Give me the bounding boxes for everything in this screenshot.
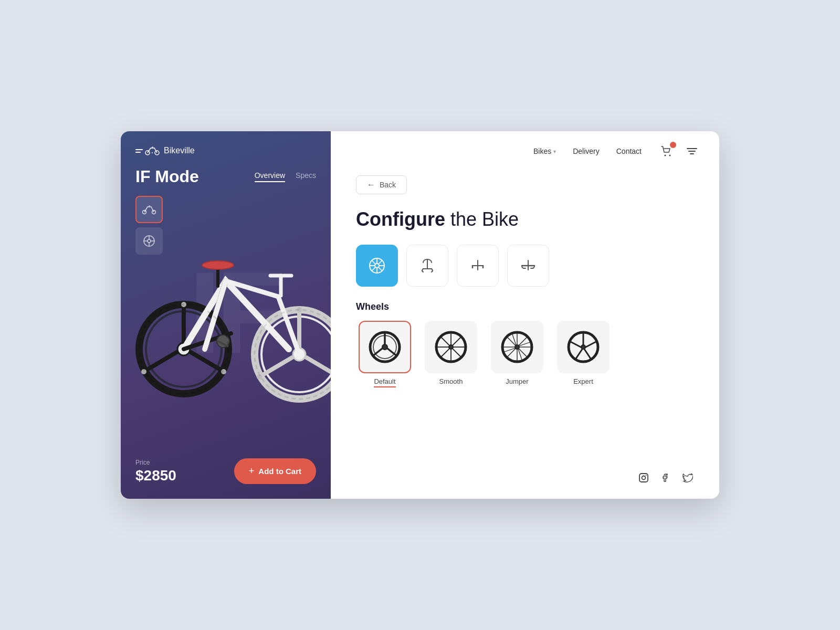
filter-button[interactable] xyxy=(684,143,700,160)
svg-point-97 xyxy=(646,475,647,476)
svg-line-81 xyxy=(519,348,528,357)
wheel-thumb-icon xyxy=(142,234,156,248)
wheel-img-jumper xyxy=(491,321,543,373)
thumb-list xyxy=(135,196,316,255)
instagram-icon[interactable] xyxy=(637,471,650,484)
svg-rect-95 xyxy=(639,474,648,482)
nav-delivery[interactable]: Delivery xyxy=(573,147,600,155)
svg-line-48 xyxy=(372,260,375,264)
logo-icon xyxy=(135,146,160,155)
app-container: IF Bikeville IF Mode xyxy=(121,131,719,499)
svg-line-87 xyxy=(503,348,516,352)
svg-line-72 xyxy=(453,337,461,345)
svg-point-38 xyxy=(669,155,671,156)
bike-illustration xyxy=(126,228,331,407)
logo-bike-svg xyxy=(145,146,160,155)
back-label: Back xyxy=(380,181,396,189)
svg-point-2 xyxy=(152,152,153,153)
jumper-wheel-svg xyxy=(500,330,534,364)
configure-section: ← Back Configure the Bike xyxy=(331,171,719,387)
svg-line-93 xyxy=(575,349,582,360)
svg-line-51 xyxy=(372,267,375,271)
logo-name: Bikeville xyxy=(164,146,195,155)
wheel-img-smooth xyxy=(425,321,477,373)
configure-title-bold: Configure xyxy=(356,208,445,230)
price-label: Price xyxy=(135,459,176,466)
nav-bikes-label: Bikes xyxy=(533,147,551,155)
price-value: $2850 xyxy=(135,467,176,484)
svg-line-24 xyxy=(306,357,331,376)
svg-line-82 xyxy=(519,337,528,345)
filter-icon xyxy=(686,146,698,156)
svg-point-75 xyxy=(515,345,519,349)
logo-line-2 xyxy=(135,152,141,153)
svg-line-70 xyxy=(440,337,449,345)
svg-line-50 xyxy=(379,260,382,264)
svg-line-83 xyxy=(507,348,516,357)
component-btn-wheels[interactable] xyxy=(356,245,398,287)
right-panel: Bikes ▾ Delivery Contact xyxy=(331,131,719,499)
tab-overview[interactable]: Overview xyxy=(255,171,285,182)
wheel-label-expert: Expert xyxy=(573,377,593,385)
svg-line-16 xyxy=(145,352,177,371)
wheel-img-default xyxy=(359,321,411,373)
chevron-down-icon: ▾ xyxy=(553,149,556,154)
handlebar2-component-icon xyxy=(468,256,487,275)
nav-delivery-label: Delivery xyxy=(573,147,600,155)
svg-line-25 xyxy=(261,357,293,376)
nav-contact[interactable]: Contact xyxy=(616,147,642,155)
nav-bikes[interactable]: Bikes ▾ xyxy=(533,147,556,155)
component-btn-handlebar3[interactable] xyxy=(507,245,549,287)
social-bar xyxy=(637,471,694,484)
expert-wheel-svg xyxy=(566,330,600,364)
configure-title-rest: the Bike xyxy=(445,208,519,230)
logo-area: Bikeville xyxy=(135,146,316,155)
wheels-label: Wheels xyxy=(356,301,694,312)
svg-point-6 xyxy=(148,239,151,243)
component-selector xyxy=(356,245,694,287)
svg-line-49 xyxy=(379,267,382,271)
product-header: IF Mode Overview Specs xyxy=(135,167,316,186)
wheel-img-expert xyxy=(557,321,610,373)
logo-line-1 xyxy=(135,149,143,150)
bike-thumb-icon xyxy=(142,203,156,216)
svg-line-92 xyxy=(584,349,592,360)
facebook-icon[interactable] xyxy=(659,471,672,484)
plus-icon: + xyxy=(249,466,255,477)
wheel-label-jumper: Jumper xyxy=(506,377,528,385)
back-button[interactable]: ← Back xyxy=(356,175,407,194)
wheel-option-default[interactable]: Default xyxy=(356,321,414,387)
svg-line-71 xyxy=(453,348,461,357)
component-btn-handlebar1[interactable] xyxy=(406,245,448,287)
add-to-cart-label: Add to Cart xyxy=(258,467,301,476)
back-arrow-icon: ← xyxy=(367,180,375,190)
wheel-label-default: Default xyxy=(374,377,395,387)
svg-line-86 xyxy=(519,342,532,346)
cart-badge xyxy=(670,142,676,148)
product-title: IF Mode xyxy=(135,167,199,186)
tab-specs[interactable]: Specs xyxy=(296,171,316,182)
handlebar3-component-icon xyxy=(519,256,538,275)
svg-point-65 xyxy=(449,345,453,349)
left-panel: IF Bikeville IF Mode xyxy=(121,131,331,499)
add-to-cart-button[interactable]: + Add to Cart xyxy=(234,458,316,484)
smooth-wheel-svg xyxy=(434,330,468,364)
wheel-option-jumper[interactable]: Jumper xyxy=(488,321,546,387)
thumb-item-0[interactable] xyxy=(135,196,163,223)
svg-line-94 xyxy=(570,341,582,348)
logo-lines xyxy=(135,149,143,153)
wheel-options: Default xyxy=(356,321,694,387)
svg-line-84 xyxy=(512,333,516,345)
configure-title: Configure the Bike xyxy=(356,209,694,230)
product-tabs: Overview Specs xyxy=(255,171,316,182)
wheel-component-icon xyxy=(368,256,386,275)
wheel-option-expert[interactable]: Expert xyxy=(554,321,612,387)
svg-point-32 xyxy=(202,261,234,269)
default-wheel-svg xyxy=(368,330,402,364)
component-btn-handlebar2[interactable] xyxy=(457,245,499,287)
twitter-icon[interactable] xyxy=(681,471,694,484)
nav-bar: Bikes ▾ Delivery Contact xyxy=(331,131,719,171)
wheel-option-smooth[interactable]: Smooth xyxy=(422,321,480,387)
thumb-item-1[interactable] xyxy=(135,227,163,255)
cart-button[interactable] xyxy=(658,143,675,160)
